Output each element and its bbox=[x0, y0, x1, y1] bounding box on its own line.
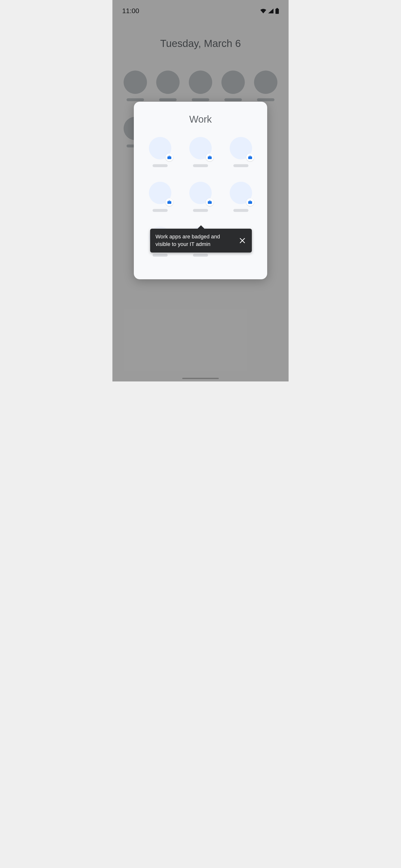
briefcase-icon bbox=[165, 198, 173, 206]
work-app[interactable] bbox=[184, 182, 217, 212]
briefcase-icon bbox=[246, 198, 254, 206]
work-badge-tooltip: Work apps are badged and visible to your… bbox=[150, 229, 252, 252]
app-label-placeholder bbox=[233, 209, 248, 212]
close-icon bbox=[239, 238, 246, 244]
tooltip-close-button[interactable] bbox=[238, 236, 247, 245]
app-label-placeholder bbox=[153, 164, 168, 167]
briefcase-icon bbox=[206, 154, 214, 161]
work-app[interactable] bbox=[184, 137, 217, 167]
tooltip-text: Work apps are badged and visible to your… bbox=[155, 233, 231, 248]
app-label-placeholder bbox=[233, 164, 248, 167]
work-folder: Work bbox=[134, 102, 267, 279]
work-app[interactable] bbox=[144, 137, 177, 167]
briefcase-icon bbox=[165, 154, 173, 161]
app-label-placeholder bbox=[153, 209, 168, 212]
work-app[interactable] bbox=[144, 182, 177, 212]
app-label-placeholder bbox=[153, 254, 168, 257]
work-app[interactable] bbox=[224, 137, 257, 167]
work-app[interactable] bbox=[224, 182, 257, 212]
briefcase-icon bbox=[246, 154, 254, 161]
app-label-placeholder bbox=[193, 164, 208, 167]
briefcase-icon bbox=[206, 198, 214, 206]
app-label-placeholder bbox=[193, 209, 208, 212]
folder-title[interactable]: Work bbox=[134, 114, 267, 125]
app-label-placeholder bbox=[193, 254, 208, 257]
